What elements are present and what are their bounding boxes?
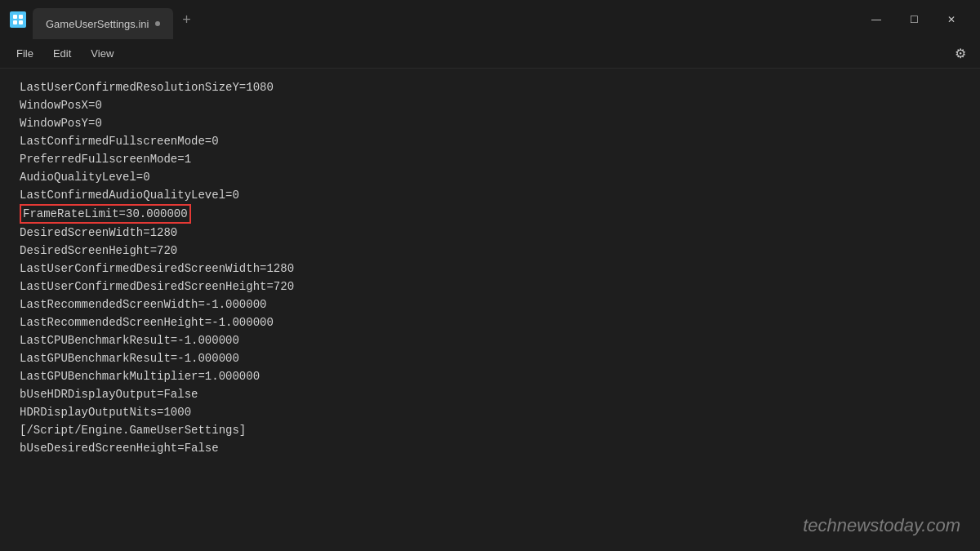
settings-icon[interactable]: ⚙: [947, 41, 973, 67]
code-line: LastUserConfirmedDesiredScreenWidth=1280: [20, 260, 960, 278]
code-line: LastGPUBenchmarkMultiplier=1.000000: [20, 367, 960, 385]
code-line: HDRDisplayOutputNits=1000: [20, 403, 960, 421]
code-line: LastRecommendedScreenWidth=-1.000000: [20, 295, 960, 313]
editor-content[interactable]: LastUserConfirmedResolutionSizeY=1080Win…: [0, 69, 980, 551]
close-button[interactable]: ✕: [933, 7, 970, 33]
active-tab[interactable]: GameUserSettings.ini: [33, 8, 173, 39]
file-menu[interactable]: File: [7, 44, 43, 63]
view-menu[interactable]: View: [81, 44, 123, 63]
code-line: LastUserConfirmedDesiredScreenHeight=720: [20, 278, 960, 295]
code-line: DesiredScreenWidth=1280: [20, 224, 960, 242]
menubar: File Edit View ⚙: [0, 39, 980, 69]
code-line: PreferredFullscreenMode=1: [20, 150, 960, 168]
add-tab-button[interactable]: +: [173, 7, 199, 33]
tab-modified-dot: [155, 21, 160, 26]
watermark: technewstoday.com: [803, 517, 960, 535]
code-line: FrameRateLimit=30.000000: [20, 204, 960, 224]
tab-filename: GameUserSettings.ini: [46, 18, 149, 30]
app-icon: [10, 11, 26, 28]
highlighted-framerate-line: FrameRateLimit=30.000000: [20, 204, 191, 224]
code-line: WindowPosX=0: [20, 96, 960, 114]
code-line: WindowPosY=0: [20, 114, 960, 132]
code-line: AudioQualityLevel=0: [20, 168, 960, 186]
svg-rect-3: [19, 20, 23, 24]
code-line: DesiredScreenHeight=720: [20, 242, 960, 260]
svg-rect-2: [13, 20, 17, 24]
tab-area: GameUserSettings.ini +: [33, 0, 851, 39]
minimize-button[interactable]: —: [858, 7, 895, 33]
code-line: LastUserConfirmedResolutionSizeY=1080: [20, 78, 960, 96]
titlebar: GameUserSettings.ini + — ☐ ✕: [0, 0, 980, 39]
code-line: bUseHDRDisplayOutput=False: [20, 385, 960, 403]
code-line: bUseDesiredScreenHeight=False: [20, 439, 960, 457]
code-line: LastGPUBenchmarkResult=-1.000000: [20, 349, 960, 367]
code-line: LastConfirmedFullscreenMode=0: [20, 132, 960, 150]
code-line: LastConfirmedAudioQualityLevel=0: [20, 186, 960, 204]
code-line: [/Script/Engine.GameUserSettings]: [20, 421, 960, 439]
svg-rect-1: [19, 15, 23, 19]
code-line: LastCPUBenchmarkResult=-1.000000: [20, 331, 960, 349]
svg-rect-0: [13, 15, 17, 19]
window-controls: — ☐ ✕: [858, 7, 970, 33]
maximize-button[interactable]: ☐: [895, 7, 933, 33]
code-line: LastRecommendedScreenHeight=-1.000000: [20, 313, 960, 331]
edit-menu[interactable]: Edit: [43, 44, 81, 63]
